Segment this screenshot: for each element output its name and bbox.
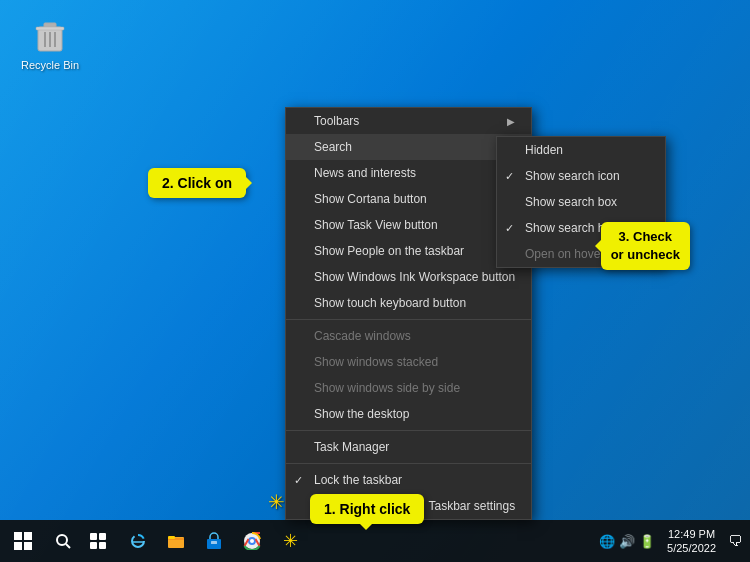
svg-rect-19 (211, 541, 217, 544)
menu-item-label-cortana: Show Cortana button (314, 192, 427, 206)
taskbar-search-button[interactable] (46, 520, 80, 562)
annotation-click-on: 2. Click on (148, 168, 246, 198)
menu-item-label-news: News and interests (314, 166, 416, 180)
cursor-pointer: ✳ (268, 490, 285, 514)
svg-point-23 (250, 539, 254, 543)
recycle-bin[interactable]: Recycle Bin (20, 15, 80, 71)
file-explorer-icon[interactable] (158, 520, 194, 562)
context-menu: Toolbars▶Search▶News and interests▶Show … (285, 107, 532, 520)
search-submenu-item-showicon[interactable]: Show search icon (497, 163, 665, 189)
volume-icon[interactable]: 🔊 (619, 534, 635, 549)
search-submenu-item-showbox[interactable]: Show search box (497, 189, 665, 215)
menu-item-label-search: Search (314, 140, 352, 154)
svg-rect-14 (90, 542, 97, 549)
battery-icon[interactable]: 🔋 (639, 534, 655, 549)
desktop: Recycle Bin TenForums.com Toolbars▶Searc… (0, 0, 750, 562)
recycle-bin-label: Recycle Bin (21, 59, 79, 71)
svg-line-11 (66, 544, 70, 548)
cursor-star-icon[interactable]: ✳ (272, 520, 308, 562)
store-icon[interactable] (196, 520, 232, 562)
annotation-check-uncheck: 3. Check or uncheck (601, 222, 690, 270)
menu-item-lock[interactable]: Lock the taskbar (286, 467, 531, 493)
menu-item-news[interactable]: News and interests▶ (286, 160, 531, 186)
menu-item-label-people: Show People on the taskbar (314, 244, 464, 258)
menu-item-cortana[interactable]: Show Cortana button (286, 186, 531, 212)
svg-rect-9 (24, 542, 32, 550)
annotation-right-click: 1. Right click (310, 494, 424, 524)
chrome-icon[interactable] (234, 520, 270, 562)
menu-item-label-settings: Taskbar settings (429, 499, 516, 513)
svg-rect-8 (14, 542, 22, 550)
taskbar: ✳ 🌐 🔊 🔋 12:49 PM 5/25/2022 🗨 (0, 520, 750, 562)
menu-item-showdesktop[interactable]: Show the desktop (286, 401, 531, 427)
svg-rect-17 (168, 536, 175, 539)
menu-separator-sep2 (286, 430, 531, 431)
edge-icon[interactable] (120, 520, 156, 562)
menu-item-people[interactable]: Show People on the taskbar (286, 238, 531, 264)
svg-rect-13 (99, 533, 106, 540)
menu-item-cascade: Cascade windows (286, 323, 531, 349)
task-view-button[interactable] (80, 520, 116, 562)
menu-item-label-touch: Show touch keyboard button (314, 296, 466, 310)
taskbar-pinned-apps: ✳ (116, 520, 312, 562)
notification-icon[interactable]: 🗨 (728, 533, 742, 549)
clock[interactable]: 12:49 PM 5/25/2022 (661, 527, 722, 556)
menu-item-taskview[interactable]: Show Task View button (286, 212, 531, 238)
search-submenu-item-hidden[interactable]: Hidden (497, 137, 665, 163)
system-tray: 🌐 🔊 🔋 12:49 PM 5/25/2022 🗨 (599, 527, 750, 556)
recycle-bin-icon (30, 15, 70, 55)
menu-separator-sep1 (286, 319, 531, 320)
menu-separator-sep3 (286, 463, 531, 464)
menu-item-label-taskmanager: Task Manager (314, 440, 389, 454)
start-button[interactable] (0, 520, 46, 562)
menu-item-label-lock: Lock the taskbar (314, 473, 402, 487)
menu-item-toolbars[interactable]: Toolbars▶ (286, 108, 531, 134)
menu-item-label-stacked: Show windows stacked (314, 355, 438, 369)
menu-item-stacked: Show windows stacked (286, 349, 531, 375)
menu-item-label-sidebyside: Show windows side by side (314, 381, 460, 395)
menu-item-label-taskview: Show Task View button (314, 218, 438, 232)
menu-item-label-toolbars: Toolbars (314, 114, 359, 128)
menu-item-touch[interactable]: Show touch keyboard button (286, 290, 531, 316)
menu-item-ink[interactable]: Show Windows Ink Workspace button (286, 264, 531, 290)
clock-time: 12:49 PM (668, 527, 715, 541)
svg-rect-15 (99, 542, 106, 549)
arrow-icon-toolbars: ▶ (507, 116, 515, 127)
menu-item-label-showdesktop: Show the desktop (314, 407, 409, 421)
tray-icons: 🌐 🔊 🔋 (599, 534, 655, 549)
network-icon[interactable]: 🌐 (599, 534, 615, 549)
clock-date: 5/25/2022 (667, 541, 716, 555)
svg-rect-2 (36, 27, 64, 30)
svg-point-10 (57, 535, 67, 545)
menu-item-label-cascade: Cascade windows (314, 329, 411, 343)
menu-item-label-ink: Show Windows Ink Workspace button (314, 270, 515, 284)
svg-rect-7 (24, 532, 32, 540)
menu-item-sidebyside: Show windows side by side (286, 375, 531, 401)
svg-rect-6 (14, 532, 22, 540)
menu-item-taskmanager[interactable]: Task Manager (286, 434, 531, 460)
svg-rect-12 (90, 533, 97, 540)
menu-item-search[interactable]: Search▶ (286, 134, 531, 160)
